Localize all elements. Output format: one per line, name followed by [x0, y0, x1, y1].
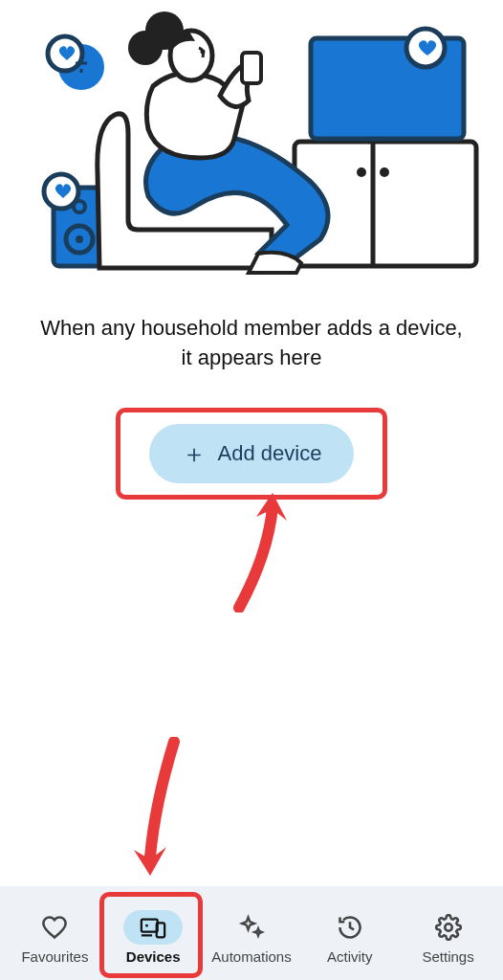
empty-state-message: When any household member adds a device,…: [38, 314, 465, 373]
svg-point-2: [357, 167, 366, 177]
clock-icon: [337, 914, 363, 941]
svg-rect-18: [142, 919, 158, 931]
nav-label: Devices: [126, 948, 181, 965]
annotation-arrow-down: [126, 737, 193, 880]
svg-point-22: [445, 924, 451, 930]
nav-label: Favourites: [21, 948, 88, 965]
gear-icon: [435, 914, 462, 941]
bottom-nav: Favourites Devices Automations Activity …: [0, 886, 503, 980]
svg-point-13: [201, 50, 206, 55]
devices-icon: [140, 914, 166, 941]
nav-devices[interactable]: Devices: [104, 902, 203, 965]
svg-point-21: [145, 924, 148, 926]
nav-settings[interactable]: Settings: [399, 902, 497, 965]
annotation-arrow-up: [220, 488, 287, 612]
nav-label: Activity: [327, 948, 373, 965]
add-device-button[interactable]: ＋ Add device: [149, 424, 355, 483]
add-device-label: Add device: [218, 441, 322, 466]
plus-icon: ＋: [182, 441, 207, 466]
svg-point-3: [380, 167, 389, 177]
nav-activity[interactable]: Activity: [300, 902, 399, 965]
svg-point-9: [76, 235, 83, 243]
nav-automations[interactable]: Automations: [203, 902, 301, 965]
empty-state-illustration: [0, 0, 503, 287]
add-device-highlight: ＋ Add device: [116, 408, 387, 500]
sparkle-icon: [238, 914, 265, 941]
nav-favourites[interactable]: Favourites: [6, 902, 104, 965]
svg-rect-11: [242, 53, 261, 83]
heart-icon: [41, 914, 68, 941]
nav-label: Automations: [211, 948, 291, 965]
nav-label: Settings: [422, 948, 473, 965]
svg-point-15: [128, 31, 163, 65]
